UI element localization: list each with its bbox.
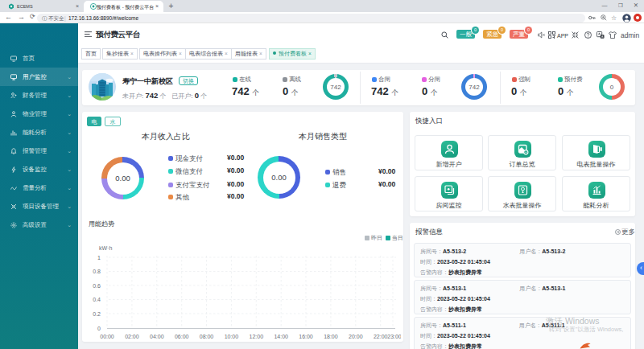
svg-text:23:00: 23:00 [387, 334, 401, 339]
svg-text:10:00: 10:00 [225, 334, 239, 339]
svg-text:16:00: 16:00 [299, 334, 313, 339]
svg-text:kW·h: kW·h [99, 245, 112, 251]
svg-text:12:00: 12:00 [250, 334, 264, 339]
svg-text:20:00: 20:00 [349, 334, 363, 339]
svg-text:0.6: 0.6 [93, 283, 101, 289]
svg-text:1: 1 [97, 255, 101, 261]
svg-text:08:00: 08:00 [200, 334, 214, 339]
svg-text:00:00: 00:00 [100, 334, 114, 339]
svg-text:18:00: 18:00 [324, 334, 338, 339]
svg-text:22:00: 22:00 [374, 334, 388, 339]
svg-text:14:00: 14:00 [274, 334, 288, 339]
svg-text:06:00: 06:00 [175, 334, 189, 339]
svg-text:0.8: 0.8 [93, 269, 101, 274]
svg-text:04:00: 04:00 [150, 334, 164, 339]
svg-text:0.2: 0.2 [93, 311, 101, 317]
svg-text:02:00: 02:00 [125, 334, 139, 339]
svg-text:0: 0 [97, 326, 101, 331]
svg-text:0.4: 0.4 [93, 297, 101, 302]
